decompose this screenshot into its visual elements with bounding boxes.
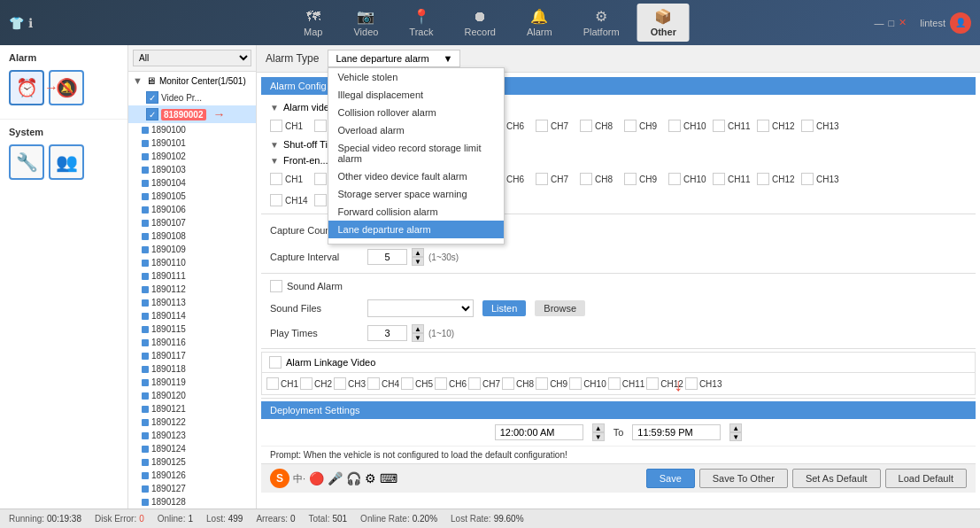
channel-checkbox[interactable] <box>668 173 681 185</box>
tree-item[interactable]: 1890101 <box>128 136 256 150</box>
alarm-type-select[interactable]: Lane departure alarm ▼ <box>328 50 460 67</box>
dropdown-item[interactable]: Collision rollover alarm <box>328 104 504 121</box>
checkbox-selected[interactable]: ✓ <box>146 108 158 120</box>
tree-item[interactable]: 1890119 <box>128 376 256 389</box>
tree-item[interactable]: 1890122 <box>128 415 256 429</box>
linkage-channel-checkbox[interactable] <box>300 377 313 390</box>
headset-icon[interactable]: 🎧 <box>346 471 361 485</box>
tree-item[interactable]: 1890100 <box>128 123 256 136</box>
linkage-channel-checkbox[interactable] <box>401 377 413 390</box>
tree-item[interactable]: 1890114 <box>128 309 256 322</box>
tree-item[interactable]: 1890117 <box>128 349 256 362</box>
nav-track[interactable]: 📍 Track <box>396 4 446 42</box>
browse-btn[interactable]: Browse <box>535 300 585 316</box>
sys-btn-2[interactable]: 👥 <box>49 144 84 180</box>
linkage-video-checkbox[interactable] <box>269 356 282 369</box>
channel-checkbox[interactable] <box>536 173 548 185</box>
sys-btn-1[interactable]: 🔧 <box>9 144 44 180</box>
time-from-up[interactable]: ▲ <box>592 423 605 432</box>
channel-checkbox[interactable] <box>757 120 769 132</box>
tree-item[interactable]: 1890103 <box>128 163 256 176</box>
tree-item[interactable]: 1890110 <box>128 256 256 269</box>
listen-btn[interactable]: Listen <box>482 300 526 316</box>
tree-item[interactable]: 1890118 <box>128 362 256 376</box>
tree-item[interactable]: 1890106 <box>128 203 256 216</box>
tree-item[interactable]: 1890112 <box>128 283 256 296</box>
collapse-shutoff[interactable]: ▼ <box>270 140 279 150</box>
capture-interval-spinner[interactable]: ▲ ▼ <box>412 248 424 266</box>
linkage-channel-checkbox[interactable] <box>608 377 621 390</box>
user-avatar[interactable]: 👤 <box>950 12 971 34</box>
tree-root-item[interactable]: ▼ 🖥 Monitor Center(1/501) <box>128 72 256 89</box>
settings-small-icon[interactable]: ⚙ <box>365 471 376 485</box>
dropdown-item[interactable]: Forward collision alarm <box>328 203 504 221</box>
keyboard-icon[interactable]: ⌨ <box>380 471 397 485</box>
time-to-up[interactable]: ▲ <box>729 423 742 432</box>
sound-files-select[interactable] <box>367 299 474 317</box>
checkbox-video-pr[interactable]: ✓ <box>146 91 158 104</box>
alarm-type-dropdown[interactable]: Lane departure alarm ▼ Vehicle stolenIll… <box>328 50 460 67</box>
minimize-btn[interactable]: — <box>875 18 884 28</box>
tree-item[interactable]: 1890120 <box>128 389 256 402</box>
save-btn[interactable]: Save <box>646 469 695 488</box>
alarm-btn-1[interactable]: ⏰ → <box>9 70 44 105</box>
tree-item-selected[interactable]: ✓ 81890002 → <box>128 105 256 123</box>
tree-item[interactable]: 1890105 <box>128 190 256 203</box>
tree-item[interactable]: 1890126 <box>128 469 256 482</box>
channel-checkbox[interactable] <box>801 173 814 185</box>
channel-checkbox[interactable] <box>536 120 548 132</box>
tree-item[interactable]: 1890108 <box>128 229 256 243</box>
channel-checkbox[interactable] <box>270 120 282 132</box>
mic-icon[interactable]: 🎤 <box>328 471 343 485</box>
channel-checkbox[interactable] <box>713 173 725 185</box>
nav-map[interactable]: 🗺 Map <box>290 4 336 42</box>
tree-item[interactable]: 1890128 <box>128 495 256 509</box>
maximize-btn[interactable]: □ <box>889 18 895 28</box>
close-btn[interactable]: ✕ <box>899 17 907 28</box>
nav-video[interactable]: 📷 Video <box>340 4 391 42</box>
play-times-up[interactable]: ▲ <box>412 324 424 333</box>
channel-checkbox[interactable] <box>801 120 814 132</box>
tree-item[interactable]: 1890123 <box>128 429 256 442</box>
channel-checkbox[interactable] <box>624 173 637 185</box>
linkage-channel-checkbox[interactable] <box>435 377 447 390</box>
channel-checkbox[interactable] <box>580 173 592 185</box>
dropdown-item[interactable]: Illegal displacement <box>328 86 504 104</box>
collapse-frontend[interactable]: ▼ <box>270 156 279 166</box>
linkage-channel-checkbox[interactable] <box>569 377 582 390</box>
save-other-btn[interactable]: Save To Other <box>699 469 788 488</box>
nav-alarm[interactable]: 🔔 Alarm <box>513 4 566 42</box>
linkage-channel-checkbox[interactable] <box>536 377 548 390</box>
dropdown-item[interactable]: Storage server space warning <box>328 185 504 203</box>
tree-item[interactable]: 1890115 <box>128 322 256 336</box>
tree-item[interactable]: 1890127 <box>128 482 256 495</box>
time-from-down[interactable]: ▼ <box>592 432 605 441</box>
tree-filter-select[interactable]: All <box>133 50 251 66</box>
tree-item[interactable]: 1890113 <box>128 296 256 309</box>
linkage-channel-checkbox[interactable] <box>646 377 659 390</box>
time-to-down[interactable]: ▼ <box>729 432 742 441</box>
play-times-down[interactable]: ▼ <box>412 333 424 342</box>
nav-platform[interactable]: ⚙ Platform <box>570 4 633 42</box>
capture-interval-input[interactable] <box>367 249 407 265</box>
channel-checkbox[interactable] <box>270 173 282 185</box>
dropdown-item[interactable]: Other video device fault alarm <box>328 167 504 185</box>
tree-item[interactable]: 1890102 <box>128 150 256 163</box>
nav-record[interactable]: ⏺ Record <box>451 4 508 42</box>
sound-alarm-checkbox[interactable] <box>270 280 282 292</box>
dropdown-item[interactable]: Close following distance alarm <box>328 238 504 245</box>
time-from-input[interactable] <box>495 424 583 440</box>
channel-checkbox[interactable] <box>713 120 725 132</box>
tree-item[interactable]: 1890124 <box>128 442 256 455</box>
dropdown-item[interactable]: Vehicle stolen <box>328 68 504 86</box>
linkage-channel-checkbox[interactable] <box>266 377 279 390</box>
set-default-btn[interactable]: Set As Default <box>792 469 881 488</box>
capture-interval-down[interactable]: ▼ <box>412 257 424 266</box>
record-icon-bottom[interactable]: 🔴 <box>309 471 324 485</box>
linkage-channel-checkbox[interactable] <box>367 377 380 390</box>
tree-item-video-pr[interactable]: ✓ Video Pr... <box>128 89 256 105</box>
channel-checkbox[interactable] <box>270 194 282 206</box>
collapse-alarm-video[interactable]: ▼ <box>270 103 279 113</box>
tree-item[interactable]: 1890107 <box>128 216 256 229</box>
channel-checkbox[interactable] <box>580 120 592 132</box>
